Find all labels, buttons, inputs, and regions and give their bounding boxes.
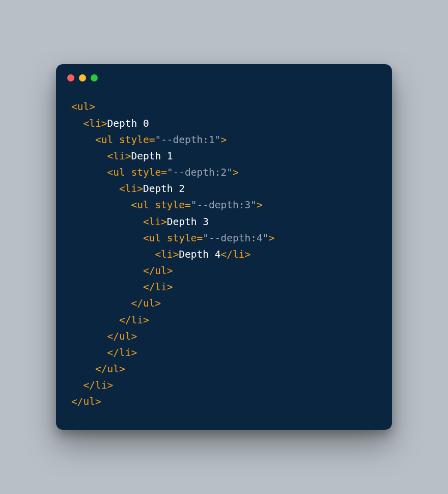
code-line: </ul> <box>71 263 377 279</box>
code-line: <ul style="--depth:3"> <box>71 197 377 213</box>
code-line: <li>Depth 2 <box>71 181 377 197</box>
close-icon[interactable] <box>67 74 74 81</box>
code-line: </ul> <box>71 394 377 410</box>
code-token: > <box>233 167 239 178</box>
code-token: style <box>119 134 149 146</box>
code-window: <ul> <li>Depth 0 <ul style="--depth:1"> … <box>56 64 392 429</box>
code-token: <ul <box>143 232 167 244</box>
code-line: </li> <box>71 377 377 394</box>
code-token: = <box>197 232 203 244</box>
code-line: <ul> <box>71 99 377 115</box>
code-line: </ul> <box>71 328 377 345</box>
code-line: <ul style="--depth:1"> <box>71 132 377 148</box>
zoom-icon[interactable] <box>91 74 98 81</box>
code-token: </li> <box>221 249 251 260</box>
code-token: "--depth:2" <box>167 167 233 178</box>
code-token: = <box>161 167 167 178</box>
code-line: </ul> <box>71 295 377 312</box>
code-token: "--depth:4" <box>203 232 268 244</box>
code-token: = <box>185 199 191 211</box>
code-token: > <box>221 134 227 146</box>
code-line: </li> <box>71 312 377 328</box>
code-token: <li> <box>107 150 131 162</box>
code-token: Depth 3 <box>167 216 209 228</box>
code-token: Depth 1 <box>131 150 173 162</box>
code-token: </ul> <box>71 396 101 407</box>
code-token: </ul> <box>143 265 173 277</box>
code-token: </ul> <box>131 297 161 309</box>
code-token: <li> <box>143 216 167 228</box>
code-token: style <box>167 232 197 244</box>
code-token: </ul> <box>107 331 137 342</box>
code-line: </ul> <box>71 361 377 377</box>
code-token: </li> <box>107 347 137 359</box>
code-line: <ul style="--depth:4"> <box>71 230 377 246</box>
code-token: > <box>268 232 274 244</box>
code-block: <ul> <li>Depth 0 <ul style="--depth:1"> … <box>56 86 392 415</box>
code-token: Depth 0 <box>107 118 149 129</box>
code-line: </li> <box>71 345 377 361</box>
code-token: </li> <box>83 379 113 391</box>
code-line: <li>Depth 3 <box>71 214 377 230</box>
code-token: <ul <box>107 167 131 178</box>
code-token: </li> <box>143 281 173 293</box>
code-token: style <box>155 199 185 211</box>
code-token: <ul> <box>71 101 95 113</box>
code-token: Depth 4 <box>179 249 220 260</box>
code-line: <li>Depth 4</li> <box>71 246 377 263</box>
code-token: style <box>131 167 161 178</box>
code-token: </li> <box>119 314 149 326</box>
code-token: "--depth:1" <box>155 134 220 146</box>
code-token: <li> <box>83 118 107 129</box>
code-token: <ul <box>95 134 119 146</box>
code-token: <li> <box>119 183 143 195</box>
code-line: <li>Depth 1 <box>71 148 377 164</box>
code-token: = <box>149 134 155 146</box>
titlebar <box>56 64 392 86</box>
minimize-icon[interactable] <box>79 74 86 81</box>
code-token: "--depth:3" <box>191 199 257 211</box>
code-token: <ul <box>131 199 155 211</box>
code-token: Depth 2 <box>143 183 185 195</box>
code-line: <ul style="--depth:2"> <box>71 164 377 181</box>
code-token: > <box>257 199 263 211</box>
code-line: <li>Depth 0 <box>71 116 377 132</box>
code-line: </li> <box>71 279 377 295</box>
code-token: </ul> <box>95 363 125 375</box>
code-token: <li> <box>155 249 179 260</box>
